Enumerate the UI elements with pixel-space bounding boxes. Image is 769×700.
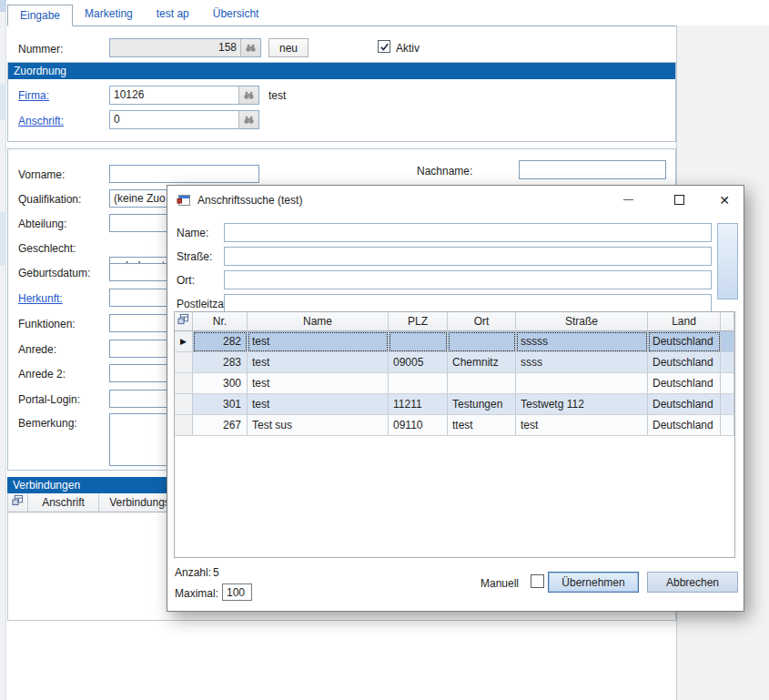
binoculars-icon[interactable] — [238, 86, 258, 104]
table-row[interactable]: 267Test sus09110ttesttestDeutschland — [175, 415, 734, 436]
grid-cell[interactable] — [516, 373, 648, 394]
firma-field[interactable]: 10126 — [109, 86, 259, 105]
row-selector[interactable] — [175, 415, 193, 436]
maximize-button[interactable] — [669, 191, 689, 208]
manuell-checkbox[interactable] — [531, 574, 544, 588]
grid-cell[interactable]: test — [248, 373, 389, 394]
grid-col-name[interactable]: Name — [248, 312, 389, 331]
dialog-title: Anschriftssuche (test) — [197, 194, 302, 207]
grid-cell[interactable] — [448, 373, 516, 394]
grid-customize-icon[interactable] — [8, 493, 28, 512]
table-row[interactable]: 300testDeutschland — [175, 373, 734, 394]
results-grid[interactable]: Nr.NamePLZOrtStraßeLand▶282testsssssDeut… — [174, 311, 735, 558]
grid-cell[interactable]: Deutschland — [648, 373, 721, 394]
field-label-geschlecht: Geschlecht: — [18, 242, 76, 255]
grid-col-ort[interactable]: Ort — [448, 312, 516, 331]
dialog-title-bar[interactable]: Anschriftssuche (test) — [167, 186, 744, 214]
binoculars-icon[interactable] — [238, 111, 258, 128]
nummer-field[interactable]: 158 — [109, 38, 261, 57]
grid-cell[interactable]: 09005 — [389, 352, 448, 373]
nachname-input[interactable] — [519, 160, 666, 179]
firma-link[interactable]: Firma: — [18, 89, 49, 102]
grid-cell[interactable]: sssss — [516, 331, 648, 352]
neu-button[interactable]: neu — [268, 38, 309, 57]
nummer-label: Nummer: — [18, 43, 63, 56]
table-row[interactable]: ▶282testsssssDeutschland — [175, 331, 734, 352]
dialog-input-name[interactable] — [224, 223, 712, 242]
table-row[interactable]: 301test11211TestungenTestwetg 112Deutsch… — [175, 394, 734, 415]
grid-col-nr[interactable]: Nr. — [193, 312, 248, 331]
aktiv-checkbox[interactable] — [378, 40, 390, 53]
anzahl-label: Anzahl: — [175, 566, 211, 579]
docked-panel-strip[interactable] — [0, 0, 6, 700]
grid-cell[interactable]: test — [248, 394, 389, 415]
grid-cell[interactable]: Testungen — [448, 394, 516, 415]
close-button[interactable]: ✕ — [714, 191, 734, 208]
minimize-button[interactable] — [618, 191, 638, 208]
dialog-label-straße: Straße: — [177, 250, 212, 263]
grid-cell[interactable] — [389, 331, 448, 352]
grid-cell[interactable]: 300 — [193, 373, 248, 394]
aktiv-label: Aktiv — [396, 42, 420, 55]
grid-cell[interactable] — [721, 352, 734, 373]
field-label-qualifikation: Qualifikation: — [18, 193, 81, 206]
row-selector[interactable] — [175, 394, 193, 415]
grid-cell[interactable]: Deutschland — [648, 394, 721, 415]
abbrechen-button[interactable]: Abbrechen — [647, 572, 738, 593]
anschrift-field[interactable]: 0 — [109, 110, 259, 129]
grid-col-plz[interactable]: PLZ — [389, 312, 448, 331]
grid-customize-icon[interactable] — [175, 312, 193, 331]
grid-cell[interactable]: Chemnitz — [448, 352, 516, 373]
anschrift-value: 0 — [110, 111, 238, 128]
dialog-input-straße[interactable] — [224, 247, 712, 266]
grid-cell[interactable]: Testwetg 112 — [516, 394, 648, 415]
dialog-input-postleitzahl[interactable] — [224, 294, 712, 313]
grid-cell[interactable]: test — [516, 415, 648, 436]
maximal-input[interactable] — [222, 583, 252, 601]
dialog-input-ort[interactable] — [224, 270, 712, 289]
grid-col-straße[interactable]: Straße — [516, 312, 648, 331]
table-row[interactable]: 283test09005ChemnitzssssDeutschland — [175, 352, 734, 373]
grid-cell[interactable]: 11211 — [389, 394, 448, 415]
grid-cell[interactable] — [721, 331, 734, 352]
field-label-herkunft[interactable]: Herkunft: — [18, 292, 63, 305]
tab-marketing[interactable]: Marketing — [73, 4, 145, 25]
grid-cell[interactable] — [721, 394, 734, 415]
grid-cell[interactable]: Deutschland — [648, 415, 721, 436]
zuordnung-group: Zuordnung — [7, 62, 676, 142]
tab-übersicht[interactable]: Übersicht — [201, 4, 271, 25]
grid-cell[interactable]: 301 — [193, 394, 248, 415]
tab-test-ap[interactable]: test ap — [145, 4, 201, 25]
grid-cell[interactable]: Deutschland — [648, 331, 721, 352]
app-window: EingabeMarketingtest apÜbersicht Nummer:… — [0, 0, 769, 700]
grid-cell[interactable] — [721, 415, 734, 436]
grid-cell[interactable]: ttest — [448, 415, 516, 436]
row-selector[interactable] — [175, 373, 193, 394]
grid-cell[interactable]: 282 — [193, 331, 248, 352]
row-selector[interactable]: ▶ — [175, 331, 193, 352]
search-scroll-button[interactable] — [717, 223, 738, 299]
grid-cell[interactable]: test — [248, 352, 389, 373]
dialog-label-name: Name: — [177, 227, 208, 239]
grid-cell[interactable] — [448, 331, 516, 352]
grid-cell[interactable]: 283 — [193, 352, 248, 373]
verbindungen-col-anschrift[interactable]: Anschrift — [28, 493, 99, 512]
row-selector[interactable] — [175, 352, 193, 373]
grid-col-land[interactable]: Land — [648, 312, 721, 331]
grid-cell[interactable]: 09110 — [389, 415, 448, 436]
grid-col-filler[interactable] — [721, 312, 734, 331]
grid-cell[interactable]: ssss — [516, 352, 648, 373]
anschrift-link[interactable]: Anschrift: — [18, 115, 64, 127]
grid-cell[interactable]: 267 — [193, 415, 248, 436]
nummer-value: 158 — [110, 39, 240, 56]
binoculars-icon[interactable] — [240, 39, 260, 56]
dock-notch — [0, 0, 6, 12]
grid-cell[interactable]: Test sus — [248, 415, 389, 436]
grid-cell[interactable]: Deutschland — [648, 352, 721, 373]
grid-cell[interactable] — [721, 373, 734, 394]
uebernehmen-button[interactable]: Übernehmen — [548, 572, 639, 593]
field-input-vorname[interactable] — [109, 165, 259, 183]
grid-cell[interactable] — [389, 373, 448, 394]
grid-cell[interactable]: test — [248, 331, 389, 352]
tab-eingabe[interactable]: Eingabe — [7, 5, 73, 26]
